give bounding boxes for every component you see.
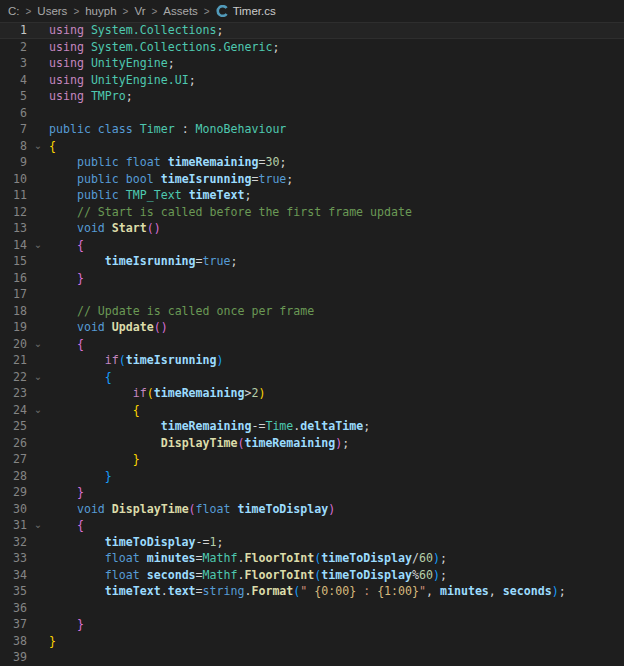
code-line[interactable]: 24⌄ {	[0, 402, 624, 419]
code-line[interactable]: 36	[0, 600, 624, 617]
fold-chevron-icon[interactable]: ⌄	[27, 402, 49, 419]
line-number[interactable]: 4	[0, 72, 27, 89]
code-line[interactable]: 8⌄{	[0, 138, 624, 155]
line-number[interactable]: 31	[0, 517, 27, 534]
code-line[interactable]: 37 }	[0, 616, 624, 633]
line-number[interactable]: 8	[0, 138, 27, 155]
fold-chevron-icon[interactable]: ⌄	[27, 138, 49, 155]
line-number[interactable]: 28	[0, 468, 27, 485]
code-line[interactable]: 15 timeIsrunning=true;	[0, 253, 624, 270]
code-line[interactable]: 31⌄ {	[0, 517, 624, 534]
code-line[interactable]: 30 void DisplayTime(float timeToDisplay)	[0, 501, 624, 518]
code-line[interactable]: 9 public float timeRemaining=30;	[0, 154, 624, 171]
code-line[interactable]: 4using UnityEngine.UI;	[0, 72, 624, 89]
code-line[interactable]: 20⌄ {	[0, 336, 624, 353]
code-text[interactable]: if(timeIsrunning)	[49, 352, 624, 369]
line-number[interactable]: 11	[0, 187, 27, 204]
code-text[interactable]: void Update()	[49, 319, 624, 336]
code-line[interactable]: 7public class Timer : MonoBehaviour	[0, 121, 624, 138]
code-text[interactable]	[49, 105, 624, 122]
line-number[interactable]: 16	[0, 270, 27, 287]
code-line[interactable]: 12 // Start is called before the first f…	[0, 204, 624, 221]
code-line[interactable]: 19 void Update()	[0, 319, 624, 336]
code-line[interactable]: 34 float seconds=Mathf.FloorToInt(timeTo…	[0, 567, 624, 584]
line-number[interactable]: 27	[0, 451, 27, 468]
code-text[interactable]: timeIsrunning=true;	[49, 253, 624, 270]
line-number[interactable]: 5	[0, 88, 27, 105]
code-text[interactable]: {	[49, 138, 624, 155]
code-text[interactable]: timeText.text=string.Format(" {0:00} : {…	[49, 583, 624, 600]
code-line[interactable]: 26 DisplayTime(timeRemaining);	[0, 435, 624, 452]
code-text[interactable]: }	[49, 633, 624, 650]
line-number[interactable]: 15	[0, 253, 27, 270]
code-text[interactable]: {	[49, 237, 624, 254]
code-line[interactable]: 18 // Update is called once per frame	[0, 303, 624, 320]
code-text[interactable]: {	[49, 369, 624, 386]
code-line[interactable]: 35 timeText.text=string.Format(" {0:00} …	[0, 583, 624, 600]
code-line[interactable]: 1using System.Collections;	[0, 22, 624, 39]
code-text[interactable]: }	[49, 484, 624, 501]
code-line[interactable]: 10 public bool timeIsrunning=true;	[0, 171, 624, 188]
code-text[interactable]: }	[49, 270, 624, 287]
code-text[interactable]: {	[49, 402, 624, 419]
code-line[interactable]: 25 timeRemaining-=Time.deltaTime;	[0, 418, 624, 435]
code-text[interactable]: float minutes=Mathf.FloorToInt(timeToDis…	[49, 550, 624, 567]
code-line[interactable]: 17	[0, 286, 624, 303]
code-text[interactable]: // Update is called once per frame	[49, 303, 624, 320]
code-line[interactable]: 38}	[0, 633, 624, 650]
code-line[interactable]: 11 public TMP_Text timeText;	[0, 187, 624, 204]
code-line[interactable]: 22⌄ {	[0, 369, 624, 386]
code-text[interactable]: void Start()	[49, 220, 624, 237]
fold-chevron-icon[interactable]: ⌄	[27, 237, 49, 254]
code-line[interactable]: 29 }	[0, 484, 624, 501]
code-line[interactable]: 3using UnityEngine;	[0, 55, 624, 72]
code-text[interactable]: if(timeRemaining>2)	[49, 385, 624, 402]
code-text[interactable]: using UnityEngine.UI;	[49, 72, 624, 89]
line-number[interactable]: 38	[0, 633, 27, 650]
line-number[interactable]: 22	[0, 369, 27, 386]
code-line[interactable]: 6	[0, 105, 624, 122]
line-number[interactable]: 24	[0, 402, 27, 419]
line-number[interactable]: 1	[0, 22, 27, 39]
line-number[interactable]: 34	[0, 567, 27, 584]
code-line[interactable]: 16 }	[0, 270, 624, 287]
line-number[interactable]: 35	[0, 583, 27, 600]
line-number[interactable]: 25	[0, 418, 27, 435]
code-text[interactable]: }	[49, 451, 624, 468]
code-text[interactable]: // Start is called before the first fram…	[49, 204, 624, 221]
line-number[interactable]: 6	[0, 105, 27, 122]
code-line[interactable]: 39	[0, 649, 624, 666]
code-text[interactable]: using System.Collections;	[49, 22, 624, 39]
code-line[interactable]: 28 }	[0, 468, 624, 485]
code-text[interactable]: {	[49, 336, 624, 353]
line-number[interactable]: 23	[0, 385, 27, 402]
breadcrumb-item[interactable]: Vr	[134, 5, 145, 17]
code-text[interactable]: }	[49, 616, 624, 633]
code-text[interactable]: }	[49, 468, 624, 485]
line-number[interactable]: 29	[0, 484, 27, 501]
breadcrumb-item[interactable]: huyph	[85, 5, 116, 17]
line-number[interactable]: 2	[0, 39, 27, 56]
code-text[interactable]: timeToDisplay-=1;	[49, 534, 624, 551]
code-text[interactable]	[49, 600, 624, 617]
code-line[interactable]: 13 void Start()	[0, 220, 624, 237]
line-number[interactable]: 14	[0, 237, 27, 254]
line-number[interactable]: 32	[0, 534, 27, 551]
line-number[interactable]: 7	[0, 121, 27, 138]
code-line[interactable]: 27 }	[0, 451, 624, 468]
line-number[interactable]: 39	[0, 649, 27, 666]
code-text[interactable]	[49, 286, 624, 303]
line-number[interactable]: 36	[0, 600, 27, 617]
line-number[interactable]: 30	[0, 501, 27, 518]
code-line[interactable]: 21 if(timeIsrunning)	[0, 352, 624, 369]
fold-chevron-icon[interactable]: ⌄	[27, 369, 49, 386]
line-number[interactable]: 21	[0, 352, 27, 369]
code-line[interactable]: 33 float minutes=Mathf.FloorToInt(timeTo…	[0, 550, 624, 567]
line-number[interactable]: 9	[0, 154, 27, 171]
code-text[interactable]: public TMP_Text timeText;	[49, 187, 624, 204]
code-text[interactable]: using TMPro;	[49, 88, 624, 105]
line-number[interactable]: 12	[0, 204, 27, 221]
breadcrumb-item[interactable]: C:	[8, 5, 20, 17]
code-text[interactable]: float seconds=Mathf.FloorToInt(timeToDis…	[49, 567, 624, 584]
code-text[interactable]: using System.Collections.Generic;	[49, 39, 624, 56]
